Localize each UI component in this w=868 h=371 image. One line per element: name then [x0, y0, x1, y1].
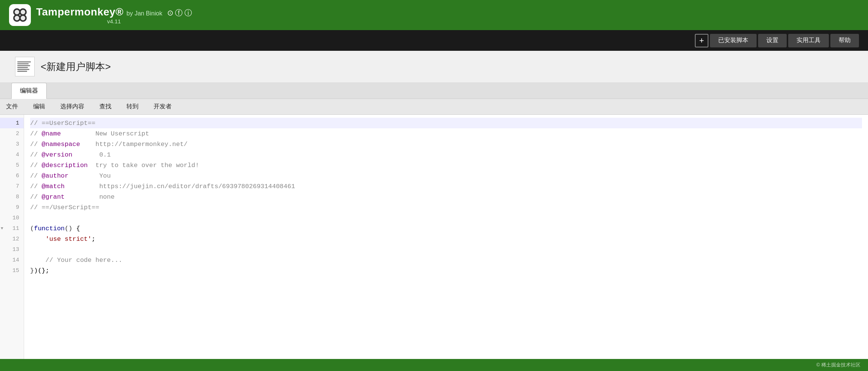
navbar: + 已安装脚本 设置 实用工具 帮助: [0, 30, 868, 51]
comment-token: http://tampermonkey.net/: [80, 141, 188, 148]
line-number-11: ▼11: [0, 223, 24, 234]
line-numbers: 12345678910▼1112131415: [0, 115, 24, 359]
comment-token: New Userscript: [61, 130, 149, 137]
code-line-12: 'use strict';: [30, 234, 862, 244]
line-number-14: 14: [0, 255, 24, 265]
facebook-icon[interactable]: ⓕ: [175, 9, 183, 17]
settings-button[interactable]: 设置: [758, 34, 787, 47]
line-number-1: 1: [0, 118, 24, 128]
code-line-1: // ==UserScript==: [30, 118, 862, 128]
code-line-9: // ==/UserScript==: [30, 202, 862, 213]
line-number-9: 9: [0, 202, 24, 213]
menu-bar: 文件 编辑 选择内容 查找 转到 开发者: [0, 99, 868, 115]
tab-editor[interactable]: 编辑器: [11, 83, 47, 99]
comment-token: //: [30, 141, 42, 148]
string-token: 'use strict': [46, 236, 91, 243]
new-script-button[interactable]: +: [695, 34, 708, 47]
tag-token: @grant: [42, 193, 65, 201]
line-number-4: 4: [0, 149, 24, 160]
app-byline: by Jan Biniok ⊙ ⓕ ⓘ: [126, 8, 192, 18]
comment-token: // Your code here...: [46, 257, 122, 264]
comment-token: You: [69, 172, 111, 179]
app-logo-icon: [9, 4, 31, 26]
line-number-15: 15: [0, 265, 24, 276]
installed-scripts-button[interactable]: 已安装脚本: [710, 34, 757, 47]
app-header: Tampermonkey® by Jan Biniok ⊙ ⓕ ⓘ v4.11: [0, 0, 868, 30]
help-button[interactable]: 帮助: [830, 34, 859, 47]
comment-token: //: [30, 172, 42, 179]
menu-edit[interactable]: 编辑: [31, 101, 47, 112]
comment-token: //: [30, 183, 42, 190]
keyword-token: function: [34, 225, 65, 232]
code-line-4: // @version 0.1: [30, 149, 862, 160]
code-line-14: // Your code here...: [30, 255, 862, 265]
code-area[interactable]: // ==UserScript==// @name New Userscript…: [24, 115, 868, 359]
svg-point-7: [21, 16, 25, 20]
line-number-12: 12: [0, 234, 24, 244]
menu-developer[interactable]: 开发者: [151, 101, 174, 112]
menu-goto[interactable]: 转到: [124, 101, 141, 112]
logo-text: Tampermonkey® by Jan Biniok ⊙ ⓕ ⓘ v4.11: [36, 6, 192, 24]
svg-point-6: [15, 16, 19, 20]
menu-find[interactable]: 查找: [97, 101, 114, 112]
plain-token: ;: [91, 236, 95, 243]
comment-token: // ==UserScript==: [30, 120, 95, 127]
code-line-11: (function() {: [30, 223, 862, 234]
comment-token: //: [30, 151, 42, 158]
svg-point-4: [15, 10, 19, 14]
line-number-13: 13: [0, 244, 24, 255]
comment-token: 0.1: [72, 151, 111, 158]
comment-token: //: [30, 193, 42, 201]
line-number-3: 3: [0, 139, 24, 149]
menu-select[interactable]: 选择内容: [58, 101, 87, 112]
footer: © 稀土掘金技术社区: [0, 359, 868, 371]
script-title-area: <新建用户脚本>: [0, 51, 868, 83]
code-line-3: // @namespace http://tampermonkey.net/: [30, 139, 862, 149]
code-line-2: // @name New Userscript: [30, 128, 862, 139]
line-number-2: 2: [0, 128, 24, 139]
app-version: v4.11: [36, 18, 192, 24]
github-icon[interactable]: ⊙: [167, 9, 174, 17]
tag-token: @description: [42, 162, 88, 169]
paren-token: (: [30, 225, 34, 232]
comment-token: //: [30, 130, 42, 137]
comment-token: //: [30, 162, 42, 169]
comment-token: https://juejin.cn/editor/drafts/69397802…: [65, 183, 295, 190]
code-line-6: // @author You: [30, 170, 862, 181]
code-line-15: })(};: [30, 265, 862, 276]
tag-token: @version: [42, 151, 73, 158]
tag-token: @namespace: [42, 141, 80, 148]
byline-text: by Jan Biniok: [126, 10, 162, 17]
comment-token: // ==/UserScript==: [30, 204, 99, 211]
plus-icon: +: [699, 36, 704, 46]
comment-token: try to take over the world!: [88, 162, 199, 169]
line-number-8: 8: [0, 192, 24, 202]
script-file-icon: [15, 57, 35, 76]
plain-token: {: [72, 225, 80, 232]
paren-token: (): [65, 225, 72, 232]
comment-token: none: [65, 193, 115, 201]
paren-token: }: [30, 267, 34, 274]
plain-token: )(};: [34, 267, 49, 274]
editor-area[interactable]: 12345678910▼1112131415 // ==UserScript==…: [0, 115, 868, 359]
logo-area: Tampermonkey® by Jan Biniok ⊙ ⓕ ⓘ v4.11: [9, 4, 192, 26]
svg-point-5: [21, 10, 25, 14]
code-line-7: // @match https://juejin.cn/editor/draft…: [30, 181, 862, 192]
tab-bar: 编辑器: [0, 83, 868, 99]
code-line-10: [30, 213, 862, 223]
line-number-10: 10: [0, 213, 24, 223]
line-number-5: 5: [0, 160, 24, 170]
app-title: Tampermonkey®: [36, 6, 123, 18]
plain-token: [30, 236, 46, 243]
instagram-icon[interactable]: ⓘ: [184, 9, 192, 17]
line-number-7: 7: [0, 181, 24, 192]
tag-token: @match: [42, 183, 65, 190]
menu-file[interactable]: 文件: [4, 101, 20, 112]
code-line-13: [30, 244, 862, 255]
plain-token: [30, 257, 46, 264]
tag-token: @author: [42, 172, 69, 179]
code-line-8: // @grant none: [30, 192, 862, 202]
tag-token: @name: [42, 130, 61, 137]
line-number-6: 6: [0, 170, 24, 181]
tools-button[interactable]: 实用工具: [788, 34, 829, 47]
